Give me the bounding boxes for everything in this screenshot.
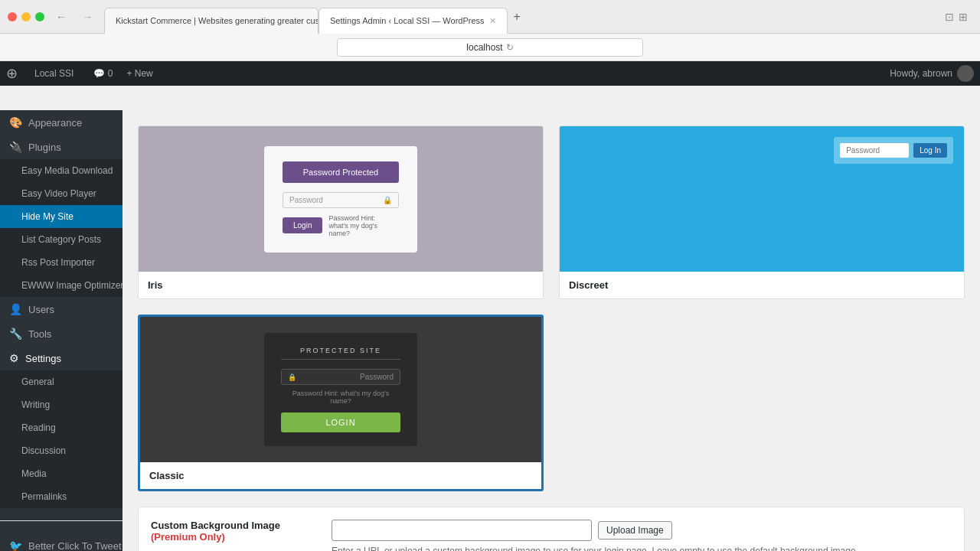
plugins-label: Plugins (28, 142, 61, 153)
new-tab-button[interactable]: + (508, 10, 527, 24)
tab-wordpress[interactable]: Settings Admin ‹ Local SSI — WordPress ✕ (318, 8, 508, 34)
upload-image-button[interactable]: Upload Image (598, 521, 672, 540)
iris-login-btn[interactable]: Login (283, 217, 322, 233)
sidebar-item-media[interactable]: Media (0, 462, 122, 485)
media-label: Media (21, 468, 47, 479)
iris-hint: Password Hint:what's my dog's name? (328, 214, 399, 237)
custom-bg-label: Custom Background Image (Premium Only) (151, 520, 319, 543)
custom-bg-premium: (Premium Only) (151, 531, 225, 543)
permalinks-label: Permalinks (21, 491, 67, 502)
wp-topbar: ⊕ Local SSI 💬 0 + New Howdy, abrown (0, 61, 980, 86)
users-icon: 👤 (9, 303, 22, 315)
window-maximize[interactable]: ⊞ (959, 11, 968, 23)
sidebar-item-easy-video-player[interactable]: Easy Video Player (0, 182, 122, 205)
address-text: localhost (466, 42, 502, 53)
custom-bg-section: Custom Background Image (Premium Only) U… (138, 507, 965, 551)
wp-logo[interactable]: ⊕ (6, 65, 18, 82)
custom-bg-url-input[interactable] (332, 520, 592, 541)
classic-label: Classic (140, 462, 541, 489)
better-click-label: Better Click To Tweet (28, 540, 122, 552)
classic-hint: Password Hint: what's my dog's name? (281, 390, 400, 405)
sidebar-item-ewww[interactable]: EWWW Image Optimizer (0, 274, 122, 297)
easy-media-label: Easy Media Download (21, 165, 113, 176)
discreet-form: Log In (834, 137, 953, 164)
sidebar-item-settings[interactable]: ⚙ Settings (0, 346, 122, 370)
discreet-preview-bg: Log In (560, 126, 964, 272)
traffic-red[interactable] (8, 12, 17, 21)
sidebar-item-discussion[interactable]: Discussion (0, 439, 122, 462)
appearance-label: Appearance (28, 117, 82, 129)
topbar-right: Howdy, abrown (890, 65, 974, 82)
topbar-new[interactable]: + New (126, 68, 152, 79)
comments-count: 0 (108, 68, 113, 79)
sidebar-item-permalinks[interactable]: Permalinks (0, 485, 122, 508)
iris-label: Iris (139, 272, 543, 298)
wp-main: Password Protected Password 🔒 Login Pass… (122, 110, 980, 551)
classic-input-row: 🔒 Password (281, 369, 400, 385)
wp-admin: ⊕ Local SSI 💬 0 + New Howdy, abrown 🎨 Ap… (0, 61, 980, 551)
refresh-icon[interactable]: ↻ (506, 42, 514, 53)
wp-sidebar: 🎨 Appearance 🔌 Plugins Easy Media Downlo… (0, 110, 122, 551)
settings-submenu: General Writing Reading Discussion Media… (0, 370, 122, 508)
list-category-label: List Category Posts (21, 234, 101, 245)
discreet-login-btn[interactable]: Log In (913, 143, 947, 158)
traffic-yellow[interactable] (21, 12, 31, 21)
hide-my-site-label: Hide My Site (21, 211, 74, 222)
sidebar-item-appearance[interactable]: 🎨 Appearance (0, 110, 122, 135)
tab-wordpress-label: Settings Admin ‹ Local SSI — WordPress (330, 16, 485, 25)
users-label: Users (28, 304, 54, 315)
sidebar-item-writing[interactable]: Writing (0, 393, 122, 416)
sidebar-item-general[interactable]: General (0, 370, 122, 393)
iris-input-row: Password 🔒 (283, 192, 399, 208)
theme-preview-iris: Password Protected Password 🔒 Login Pass… (139, 126, 543, 272)
sidebar-item-easy-media-download[interactable]: Easy Media Download (0, 159, 122, 182)
discreet-password-input[interactable] (840, 143, 909, 158)
twitter-icon: 🐦 (9, 540, 22, 551)
tab-wordpress-close[interactable]: ✕ (489, 16, 496, 26)
settings-icon: ⚙ (9, 352, 19, 364)
topbar-comments[interactable]: 💬 0 (87, 68, 119, 79)
browser-chrome: ← → Kickstart Commerce | Websites genera… (0, 0, 980, 34)
sidebar-item-hide-my-site[interactable]: Hide My Site (0, 205, 122, 228)
browser-traffic-lights (8, 12, 44, 21)
browser-back[interactable]: ← (52, 9, 70, 24)
custom-bg-controls: Upload Image Enter a URL or upload a cus… (332, 520, 952, 551)
sidebar-divider (0, 520, 122, 521)
plugins-submenu: Easy Media Download Easy Video Player Hi… (0, 159, 122, 297)
address-bar[interactable]: localhost ↻ (337, 38, 643, 57)
ewww-label: EWWW Image Optimizer (21, 280, 122, 291)
sidebar-item-rss-post-importer[interactable]: Rss Post Importer (0, 251, 122, 274)
sidebar-item-users[interactable]: 👤 Users (0, 297, 122, 321)
rss-label: Rss Post Importer (21, 257, 95, 268)
sidebar-item-reading[interactable]: Reading (0, 416, 122, 439)
theme-card-classic[interactable]: PROTECTED SITE 🔒 Password Password Hint:… (138, 315, 544, 491)
custom-bg-help-text: Enter a URL or upload a custom backgroun… (332, 546, 952, 551)
window-minimize[interactable]: ⊡ (945, 11, 954, 23)
classic-placeholder: Password (360, 373, 394, 381)
writing-label: Writing (21, 399, 50, 410)
comment-icon: 💬 (93, 68, 105, 79)
classic-login-btn[interactable]: LOGIN (281, 412, 400, 432)
custom-bg-title: Custom Background Image (151, 520, 280, 531)
tab-kickstart[interactable]: Kickstart Commerce | Websites generating… (104, 8, 318, 34)
sidebar-item-better-click[interactable]: 🐦 Better Click To Tweet (0, 533, 122, 551)
traffic-green[interactable] (35, 12, 44, 21)
address-bar-row: localhost ↻ (0, 34, 980, 61)
theme-card-discreet[interactable]: Log In Discreet (559, 126, 965, 299)
sidebar-item-list-category-posts[interactable]: List Category Posts (0, 228, 122, 251)
sidebar-item-plugins[interactable]: 🔌 Plugins (0, 135, 122, 159)
sidebar-item-tools[interactable]: 🔧 Tools (0, 321, 122, 346)
theme-preview-classic: PROTECTED SITE 🔒 Password Password Hint:… (140, 317, 541, 462)
wp-body: 🎨 Appearance 🔌 Plugins Easy Media Downlo… (0, 110, 980, 551)
browser-forward[interactable]: → (78, 9, 96, 24)
browser-tabs: Kickstart Commerce | Websites generating… (104, 0, 945, 34)
tools-label: Tools (28, 328, 51, 340)
general-label: General (21, 377, 54, 387)
avatar (957, 65, 974, 82)
custom-bg-input-row: Upload Image (332, 520, 952, 541)
topbar-site-name[interactable]: Local SSI (28, 68, 80, 79)
custom-bg-row: Custom Background Image (Premium Only) U… (151, 520, 952, 551)
theme-card-iris[interactable]: Password Protected Password 🔒 Login Pass… (138, 126, 544, 299)
tab-kickstart-label: Kickstart Commerce | Websites generating… (116, 16, 318, 25)
discussion-label: Discussion (21, 445, 66, 456)
